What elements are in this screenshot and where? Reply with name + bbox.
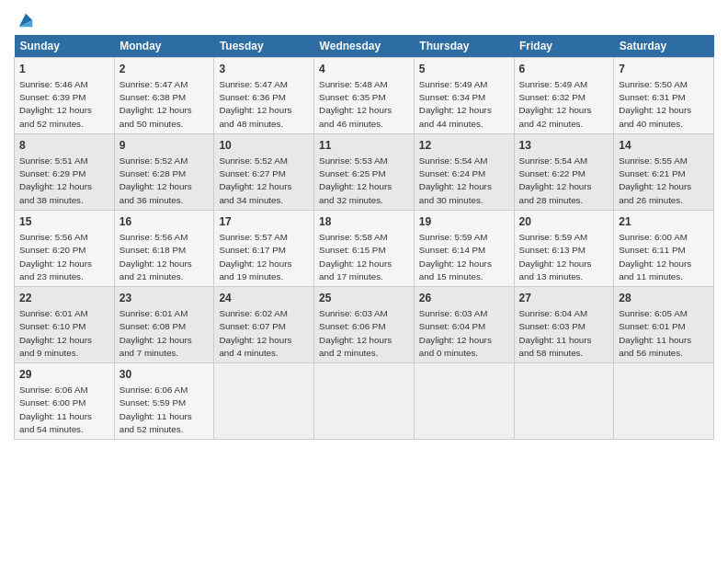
logo [14,13,36,31]
calendar-cell: 28Sunrise: 6:05 AMSunset: 6:01 PMDayligh… [614,286,714,362]
calendar-cell: 11Sunrise: 5:53 AMSunset: 6:25 PMDayligh… [314,133,415,210]
day-number: 6 [519,62,609,76]
daylight-text: Daylight: 12 hours and 52 minutes. [19,105,92,128]
calendar-cell: 17Sunrise: 5:57 AMSunset: 6:17 PMDayligh… [214,210,314,286]
sunset-text: Sunset: 6:17 PM [219,245,285,255]
sunset-text: Sunset: 6:13 PM [519,245,586,255]
calendar-week-3: 15Sunrise: 5:56 AMSunset: 6:20 PMDayligh… [15,210,714,286]
calendar-cell: 26Sunrise: 6:03 AMSunset: 6:04 PMDayligh… [414,286,514,362]
sunrise-text: Sunrise: 5:56 AM [19,232,88,242]
calendar-week-5: 29Sunrise: 6:06 AMSunset: 6:00 PMDayligh… [15,363,714,440]
calendar-table: SundayMondayTuesdayWednesdayThursdayFrid… [14,35,714,440]
daylight-text: Daylight: 12 hours and 30 minutes. [419,181,492,204]
daylight-text: Daylight: 11 hours and 52 minutes. [119,411,192,434]
sunset-text: Sunset: 6:34 PM [419,92,485,102]
day-number: 3 [219,62,309,76]
sunset-text: Sunset: 6:04 PM [419,321,485,331]
daylight-text: Daylight: 12 hours and 38 minutes. [19,181,92,204]
sunset-text: Sunset: 6:38 PM [119,92,186,102]
sunset-text: Sunset: 6:28 PM [119,168,186,178]
day-number: 4 [319,62,409,76]
calendar-cell: 27Sunrise: 6:04 AMSunset: 6:03 PMDayligh… [514,286,614,362]
sunrise-text: Sunrise: 5:52 AM [119,155,188,166]
calendar-cell [214,363,314,440]
calendar-cell: 29Sunrise: 6:06 AMSunset: 6:00 PMDayligh… [15,363,115,440]
calendar-cell: 19Sunrise: 5:59 AMSunset: 6:14 PMDayligh… [414,210,514,286]
day-number: 7 [619,62,709,76]
sunset-text: Sunset: 6:27 PM [219,168,285,178]
sunset-text: Sunset: 6:31 PM [619,92,685,102]
sunset-text: Sunset: 6:21 PM [619,168,685,178]
calendar-cell [314,363,415,440]
daylight-text: Daylight: 12 hours and 23 minutes. [19,259,92,282]
daylight-text: Daylight: 12 hours and 44 minutes. [419,105,492,128]
calendar-cell: 7Sunrise: 5:50 AMSunset: 6:31 PMDaylight… [614,57,714,133]
day-number: 22 [19,291,109,305]
calendar-cell [514,363,614,440]
sunset-text: Sunset: 6:39 PM [19,92,85,102]
calendar-cell: 25Sunrise: 6:03 AMSunset: 6:06 PMDayligh… [314,286,415,362]
sunrise-text: Sunrise: 6:04 AM [519,308,588,318]
sunset-text: Sunset: 6:29 PM [19,168,85,178]
sunrise-text: Sunrise: 5:48 AM [319,79,388,89]
day-number: 17 [219,214,309,229]
sunrise-text: Sunrise: 5:54 AM [519,155,588,166]
day-number: 11 [319,138,409,153]
calendar-cell: 24Sunrise: 6:02 AMSunset: 6:07 PMDayligh… [214,286,314,362]
day-number: 28 [619,291,709,305]
sunrise-text: Sunrise: 5:59 AM [419,232,488,242]
calendar-week-1: 1Sunrise: 5:46 AMSunset: 6:39 PMDaylight… [15,57,714,133]
day-number: 24 [219,291,309,305]
day-number: 15 [19,214,109,229]
sunrise-text: Sunrise: 6:05 AM [619,308,688,318]
sunrise-text: Sunrise: 5:57 AM [219,232,288,242]
daylight-text: Daylight: 12 hours and 15 minutes. [419,259,492,282]
day-number: 16 [119,214,210,229]
sunrise-text: Sunrise: 5:54 AM [419,155,488,166]
calendar-week-4: 22Sunrise: 6:01 AMSunset: 6:10 PMDayligh… [15,286,714,362]
daylight-text: Daylight: 12 hours and 17 minutes. [319,259,392,282]
sunrise-text: Sunrise: 5:55 AM [619,155,688,166]
sunset-text: Sunset: 6:18 PM [119,245,186,255]
calendar-cell: 23Sunrise: 6:01 AMSunset: 6:08 PMDayligh… [114,286,214,362]
calendar-cell [614,363,714,440]
sunset-text: Sunset: 5:59 PM [119,397,186,408]
sunset-text: Sunset: 6:32 PM [519,92,586,102]
sunset-text: Sunset: 6:15 PM [319,245,385,255]
day-number: 1 [19,62,109,76]
calendar-cell: 8Sunrise: 5:51 AMSunset: 6:29 PMDaylight… [15,133,115,210]
calendar-week-2: 8Sunrise: 5:51 AMSunset: 6:29 PMDaylight… [15,133,714,210]
logo-icon [16,10,36,30]
day-number: 9 [119,138,210,153]
daylight-text: Daylight: 11 hours and 54 minutes. [19,411,92,434]
sunset-text: Sunset: 6:22 PM [519,168,586,178]
day-number: 13 [519,138,609,153]
calendar-cell: 21Sunrise: 6:00 AMSunset: 6:11 PMDayligh… [614,210,714,286]
daylight-text: Daylight: 12 hours and 40 minutes. [619,105,691,128]
sunset-text: Sunset: 6:10 PM [19,321,85,331]
daylight-text: Daylight: 12 hours and 50 minutes. [119,105,192,128]
sunrise-text: Sunrise: 6:01 AM [19,308,88,318]
calendar-cell: 2Sunrise: 5:47 AMSunset: 6:38 PMDaylight… [114,57,214,133]
daylight-text: Daylight: 12 hours and 19 minutes. [219,259,291,282]
day-number: 25 [319,291,409,305]
col-header-sunday: Sunday [15,35,115,58]
sunrise-text: Sunrise: 6:02 AM [219,308,288,318]
calendar-cell: 13Sunrise: 5:54 AMSunset: 6:22 PMDayligh… [514,133,614,210]
sunrise-text: Sunrise: 5:47 AM [119,79,188,89]
sunrise-text: Sunrise: 5:51 AM [19,155,88,166]
calendar-cell: 20Sunrise: 5:59 AMSunset: 6:13 PMDayligh… [514,210,614,286]
day-number: 19 [419,214,509,229]
daylight-text: Daylight: 12 hours and 11 minutes. [619,259,691,282]
daylight-text: Daylight: 12 hours and 2 minutes. [319,335,392,358]
sunrise-text: Sunrise: 6:03 AM [419,308,488,318]
calendar-cell: 15Sunrise: 5:56 AMSunset: 6:20 PMDayligh… [15,210,115,286]
daylight-text: Daylight: 12 hours and 34 minutes. [219,181,291,204]
sunrise-text: Sunrise: 6:00 AM [619,232,688,242]
sunrise-text: Sunrise: 5:56 AM [119,232,188,242]
daylight-text: Daylight: 12 hours and 36 minutes. [119,181,192,204]
calendar-cell: 12Sunrise: 5:54 AMSunset: 6:24 PMDayligh… [414,133,514,210]
calendar-cell: 10Sunrise: 5:52 AMSunset: 6:27 PMDayligh… [214,133,314,210]
day-number: 29 [19,367,109,382]
day-number: 18 [319,214,409,229]
